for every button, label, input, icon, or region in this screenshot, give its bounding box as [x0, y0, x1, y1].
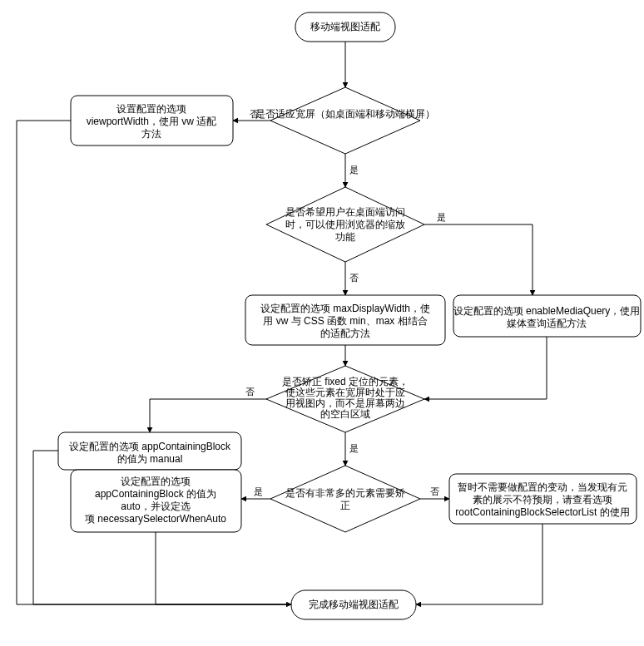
edge-no: 否: [250, 109, 259, 119]
p6-l1: 暂时不需要做配置的变动，当发现有元: [458, 481, 627, 493]
edge-no: 否: [245, 387, 255, 397]
flowchart-diagram: 移动端视图适配 是否适应宽屏（如桌面端和移动端横屏） 否 设置配置的选项 vie…: [0, 0, 644, 646]
edge-yes: 是: [437, 212, 446, 222]
d2-l1: 是否希望用户在桌面端访问: [285, 206, 405, 218]
p5-l4: 项 necessarySelectorWhenAuto: [85, 513, 226, 525]
p2-l3: 的适配方法: [320, 328, 370, 339]
p1-l2: viewportWidth，使用 vw 适配: [87, 116, 217, 127]
d4-l2: 正: [340, 500, 350, 511]
p5-l2: appContainingBlock 的值为: [95, 488, 216, 500]
p1-l3: 方法: [141, 128, 161, 140]
p1-l1: 设置配置的选项: [116, 103, 186, 115]
edge: [424, 337, 547, 399]
d3-l2: 使这些元素在宽屏时处于应: [285, 387, 405, 398]
p3-l1: 设定配置的选项 enableMediaQuery，使用: [453, 305, 641, 317]
edge-yes: 是: [254, 486, 263, 496]
p4-l1: 设定配置的选项 appContainingBlock: [69, 441, 231, 452]
edge: [156, 532, 291, 604]
d2-l2: 时，可以使用浏览器的缩放: [285, 219, 405, 230]
d3-l4: 的空白区域: [320, 408, 370, 420]
start-label: 移动端视图适配: [310, 21, 380, 32]
d3-l1: 是否矫正 fixed 定位的元素，: [282, 376, 409, 387]
edge: [150, 399, 266, 432]
edge-yes: 是: [349, 165, 359, 175]
edge-yes: 是: [349, 443, 359, 453]
p6-l2: 素的展示不符预期，请查看选项: [473, 494, 612, 505]
edge-no: 否: [430, 486, 439, 496]
end-label: 完成移动端视图适配: [309, 599, 399, 610]
p3-l2: 媒体查询适配方法: [507, 318, 587, 329]
p2-l2: 用 vw 与 CSS 函数 min、max 相结合: [263, 315, 427, 327]
p2-l1: 设定配置的选项 maxDisplayWidth，使: [260, 303, 430, 314]
edge: [424, 224, 533, 295]
p6-l3: rootContainingBlockSelectorList 的使用: [455, 506, 629, 518]
edge-no: 否: [349, 273, 359, 283]
p4-l2: 的值为 manual: [117, 453, 183, 465]
p5-l1: 设定配置的选项: [121, 476, 191, 487]
d4-l1: 是否有非常多的元素需要矫: [285, 487, 405, 499]
d2-l3: 功能: [335, 231, 355, 243]
edge: [416, 524, 542, 604]
decision-widescreen: [270, 87, 420, 154]
p5-l3: auto，并设定选: [121, 501, 190, 512]
d3-l3: 用视图内，而不是屏幕两边: [285, 397, 405, 409]
d1-l1: 是否适应宽屏（如桌面端和移动端横屏）: [255, 108, 435, 120]
